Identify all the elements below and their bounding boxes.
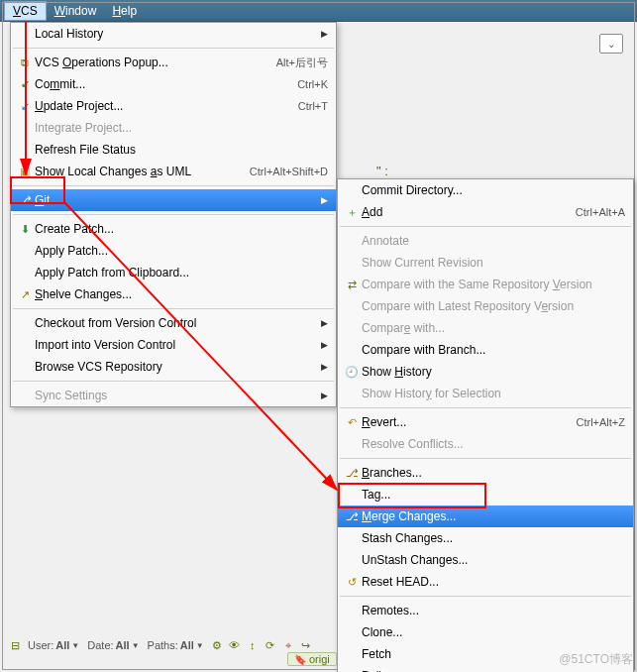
mi-commit-dir[interactable]: Commit Directory... bbox=[338, 179, 633, 201]
mi-revert[interactable]: ↶Revert...Ctrl+Alt+Z bbox=[338, 411, 633, 433]
mi-resolve: Resolve Conflicts... bbox=[338, 433, 633, 455]
mi-cmp-branch[interactable]: Compare with Branch... bbox=[338, 339, 633, 361]
mi-reset[interactable]: ↺Reset HEAD... bbox=[338, 571, 633, 593]
eye-icon[interactable]: 👁 bbox=[228, 638, 242, 652]
git-icon: ⎇ bbox=[15, 192, 35, 208]
reset-icon: ↺ bbox=[342, 574, 362, 590]
filter-user[interactable]: User: All ▼ bbox=[26, 638, 81, 652]
filter-date[interactable]: Date: All ▼ bbox=[85, 638, 141, 652]
structure-icon[interactable]: ⊟ bbox=[8, 638, 22, 652]
mi-git[interactable]: ⎇Git▶ bbox=[11, 189, 336, 211]
shelve-icon: ↗ bbox=[15, 286, 35, 302]
mi-unstash[interactable]: UnStash Changes... bbox=[338, 549, 633, 571]
gear-icon[interactable]: ⚙ bbox=[210, 638, 224, 652]
watermark: @51CTO博客 bbox=[559, 651, 633, 668]
mi-tag[interactable]: Tag... bbox=[338, 484, 633, 505]
mi-stash[interactable]: Stash Changes... bbox=[338, 527, 633, 549]
mi-browse-repo[interactable]: Browse VCS Repository▶ bbox=[11, 356, 336, 378]
mi-apply-clip[interactable]: Apply Patch from Clipboard... bbox=[11, 262, 336, 283]
mi-import-vc[interactable]: Import into Version Control▶ bbox=[11, 334, 336, 356]
merge-icon: ⎇ bbox=[342, 508, 362, 524]
pull-icon: ↙ bbox=[342, 668, 362, 672]
go-icon[interactable]: ↪ bbox=[299, 638, 313, 652]
menu-window[interactable]: Window bbox=[47, 2, 105, 20]
mi-create-patch[interactable]: ⬇Create Patch... bbox=[11, 218, 336, 240]
menubar: VVCSCS Window Help bbox=[0, 0, 637, 22]
branch-tag[interactable]: origi bbox=[287, 652, 337, 666]
mi-show-cur: Show Current Revision bbox=[338, 252, 633, 274]
uml-icon: ▣ bbox=[15, 164, 35, 179]
mi-cmp-with: Compare with... bbox=[338, 317, 633, 339]
update-icon: ↙ bbox=[15, 98, 35, 114]
mi-remotes[interactable]: Remotes... bbox=[338, 600, 633, 621]
mi-show-hist-sel: Show History for Selection bbox=[338, 383, 633, 404]
mi-show-hist[interactable]: 🕘Show History bbox=[338, 361, 633, 383]
mi-uml[interactable]: ▣Show Local Changes as UMLCtrl+Alt+Shift… bbox=[11, 161, 336, 182]
mi-sync: Sync Settings▶ bbox=[11, 385, 336, 406]
branch-icon: ⎇ bbox=[342, 465, 362, 481]
menu-vcs[interactable]: VVCSCS bbox=[4, 1, 47, 21]
mi-cmp-same: ⇄Compare with the Same Repository Versio… bbox=[338, 274, 633, 295]
patch-icon: ⬇ bbox=[15, 221, 35, 237]
mi-update[interactable]: ↙Update Project...Ctrl+T bbox=[11, 95, 336, 117]
mi-refresh[interactable]: Refresh File Status bbox=[11, 139, 336, 161]
mi-checkout-vc[interactable]: Checkout from Version Control▶ bbox=[11, 312, 336, 334]
mi-vcs-ops[interactable]: ⧉VCS Operations Popup...Alt+后引号 bbox=[11, 52, 336, 73]
mi-apply-patch[interactable]: Apply Patch... bbox=[11, 240, 336, 262]
mi-shelve[interactable]: ↗Shelve Changes... bbox=[11, 283, 336, 305]
mi-annotate: Annotate bbox=[338, 230, 633, 252]
mi-integrate: Integrate Project... bbox=[11, 117, 336, 139]
mi-add[interactable]: ＋AddCtrl+Alt+A bbox=[338, 201, 633, 223]
add-icon: ＋ bbox=[342, 204, 362, 220]
mi-branches[interactable]: ⎇Branches... bbox=[338, 462, 633, 484]
bg-text: " : bbox=[376, 164, 388, 178]
history-icon: 🕘 bbox=[342, 364, 362, 380]
mi-cmp-latest: Compare with Latest Repository Version bbox=[338, 295, 633, 317]
menu-help[interactable]: Help bbox=[104, 2, 145, 20]
git-menu-panel: Commit Directory... ＋AddCtrl+Alt+A Annot… bbox=[337, 178, 634, 672]
vcs-menu-panel: Local History▶ ⧉VCS Operations Popup...A… bbox=[10, 22, 337, 407]
collapse-icon[interactable]: ↕ bbox=[246, 638, 260, 652]
commit-icon: ✔ bbox=[15, 76, 35, 92]
revert-icon: ↶ bbox=[342, 414, 362, 430]
diff-icon: ⇄ bbox=[342, 277, 362, 292]
mi-clone[interactable]: Clone... bbox=[338, 621, 633, 643]
dropdown-small[interactable]: ⌄ bbox=[599, 34, 623, 54]
refresh-icon[interactable]: ⟳ bbox=[264, 638, 277, 652]
mi-local-history[interactable]: Local History▶ bbox=[11, 23, 336, 45]
ops-icon: ⧉ bbox=[15, 55, 35, 70]
filter-bar: ⊟ User: All ▼ Date: All ▼ Paths: All ▼ ⚙… bbox=[8, 638, 313, 652]
mi-commit[interactable]: ✔Commit...Ctrl+K bbox=[11, 73, 336, 95]
filter-paths[interactable]: Paths: All ▼ bbox=[146, 638, 206, 652]
mi-merge[interactable]: ⎇Merge Changes... bbox=[338, 505, 633, 527]
pick-icon[interactable]: ⌖ bbox=[281, 638, 295, 652]
